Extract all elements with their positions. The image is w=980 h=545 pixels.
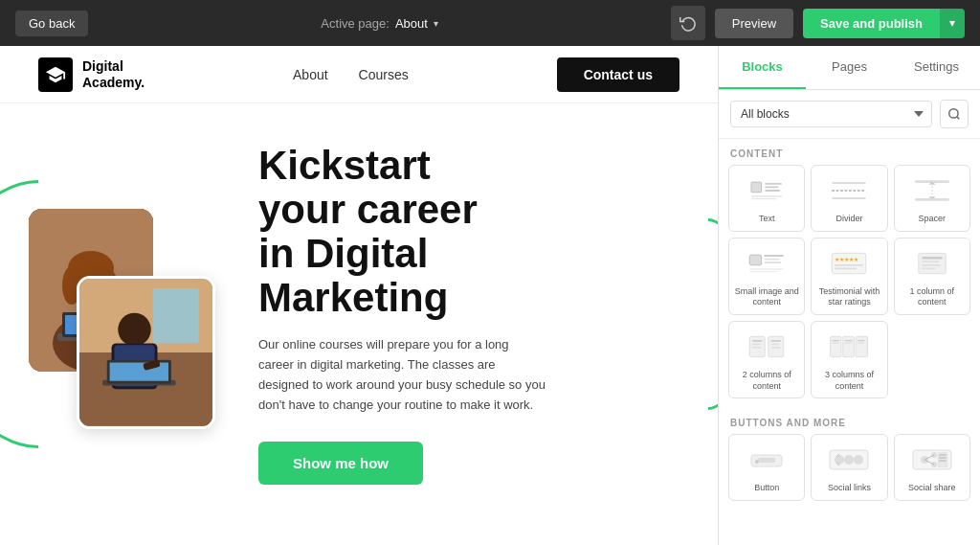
block-1col[interactable]: 1 column of content bbox=[894, 238, 970, 315]
svg-rect-23 bbox=[751, 182, 762, 193]
testimonial-block-label: Testimonial with star ratings bbox=[815, 286, 882, 308]
section-label-content: CONTENT bbox=[719, 139, 980, 165]
svg-rect-57 bbox=[771, 340, 782, 342]
svg-rect-50 bbox=[922, 264, 941, 266]
1col-block-label: 1 column of content bbox=[899, 286, 966, 308]
svg-rect-63 bbox=[833, 340, 840, 341]
text-block-label: Text bbox=[759, 214, 775, 225]
svg-point-74 bbox=[844, 455, 854, 465]
history-button[interactable] bbox=[671, 6, 705, 40]
hero-image-front-inner bbox=[79, 279, 212, 426]
search-blocks-button[interactable] bbox=[940, 100, 969, 128]
svg-rect-61 bbox=[843, 336, 855, 356]
nav-link-about[interactable]: About bbox=[293, 67, 328, 82]
canvas: Digital Academy. About Courses Contact u… bbox=[0, 46, 718, 545]
block-text[interactable]: Text bbox=[728, 165, 805, 232]
svg-rect-45 bbox=[835, 264, 863, 266]
2col-block-icon bbox=[744, 329, 790, 364]
nav-link-courses[interactable]: Courses bbox=[359, 67, 409, 82]
buttons-blocks-grid: Button So bbox=[719, 434, 980, 511]
svg-rect-27 bbox=[751, 195, 782, 196]
block-2col[interactable]: 2 columns of content bbox=[728, 321, 805, 398]
svg-point-73 bbox=[835, 455, 844, 465]
svg-rect-36 bbox=[915, 198, 949, 201]
topbar: Go back Active page: About ▾ Preview Sav… bbox=[0, 0, 980, 46]
contact-us-button[interactable]: Contact us bbox=[557, 57, 679, 92]
blocks-filter-select[interactable]: All blocks bbox=[730, 101, 932, 127]
svg-rect-59 bbox=[771, 347, 781, 349]
3col-block-icon bbox=[826, 329, 872, 364]
chevron-down-icon[interactable]: ▾ bbox=[434, 18, 438, 29]
svg-rect-42 bbox=[749, 271, 776, 272]
svg-rect-31 bbox=[833, 197, 867, 199]
svg-rect-60 bbox=[831, 336, 842, 356]
svg-rect-24 bbox=[765, 183, 782, 185]
svg-rect-39 bbox=[764, 258, 779, 260]
svg-point-14 bbox=[118, 313, 151, 347]
main-layout: Digital Academy. About Courses Contact u… bbox=[0, 46, 980, 545]
svg-rect-86 bbox=[939, 457, 947, 459]
tab-pages[interactable]: Pages bbox=[806, 46, 893, 89]
block-3col[interactable]: 3 columns of content bbox=[811, 321, 887, 398]
spacer-block-label: Spacer bbox=[919, 214, 947, 225]
block-social-share[interactable]: Social share bbox=[894, 434, 970, 501]
block-divider[interactable]: Divider bbox=[811, 165, 887, 232]
svg-rect-67 bbox=[858, 340, 865, 341]
svg-rect-41 bbox=[749, 268, 784, 269]
block-social-links[interactable]: Social links bbox=[811, 434, 887, 501]
content-blocks-grid: Text Divider bbox=[719, 165, 980, 408]
right-panel: Blocks Pages Settings All blocks CONTENT bbox=[718, 46, 980, 545]
section-label-buttons: BUTTONS AND MORE bbox=[719, 408, 980, 434]
block-testimonial-star[interactable]: ★★★★★ Testimonial with star ratings bbox=[811, 238, 887, 315]
svg-rect-65 bbox=[845, 340, 853, 341]
active-page-value: About bbox=[395, 16, 428, 31]
svg-point-21 bbox=[949, 109, 958, 118]
spacer-block-icon bbox=[909, 173, 955, 208]
svg-rect-62 bbox=[857, 336, 868, 356]
panel-filter-row: All blocks bbox=[719, 90, 980, 139]
button-block-label: Button bbox=[754, 483, 779, 494]
text-block-icon bbox=[744, 173, 790, 208]
logo-line2: Academy. bbox=[82, 75, 145, 91]
topbar-center: Active page: About ▾ bbox=[321, 16, 438, 31]
site-nav: Digital Academy. About Courses Contact u… bbox=[0, 46, 718, 103]
svg-rect-48 bbox=[922, 257, 942, 260]
svg-rect-87 bbox=[939, 460, 947, 462]
block-spacer[interactable]: Spacer bbox=[894, 165, 970, 232]
svg-rect-37 bbox=[749, 255, 761, 265]
svg-point-71 bbox=[755, 460, 759, 464]
active-page-label: Active page: bbox=[321, 16, 390, 31]
site-nav-links: About Courses bbox=[293, 67, 409, 82]
svg-rect-68 bbox=[858, 343, 864, 344]
svg-point-75 bbox=[854, 455, 863, 465]
testimonial-block-icon: ★★★★★ bbox=[826, 246, 872, 281]
save-publish-button[interactable]: Save and publish bbox=[803, 9, 940, 38]
svg-rect-25 bbox=[765, 187, 778, 189]
save-publish-dropdown-button[interactable]: ▾ bbox=[940, 9, 965, 38]
show-me-now-button[interactable]: Show me how bbox=[258, 442, 423, 485]
logo-text: Digital Academy. bbox=[82, 58, 145, 91]
block-small-image-content[interactable]: Small image and content bbox=[728, 238, 805, 315]
preview-button[interactable]: Preview bbox=[715, 9, 793, 38]
tab-settings[interactable]: Settings bbox=[893, 46, 980, 89]
divider-block-icon bbox=[826, 173, 872, 208]
button-block-icon bbox=[744, 443, 790, 477]
svg-rect-29 bbox=[833, 182, 867, 184]
social-links-block-icon bbox=[826, 443, 872, 477]
topbar-right: Preview Save and publish ▾ bbox=[671, 6, 965, 40]
go-back-button[interactable]: Go back bbox=[15, 11, 88, 36]
topbar-left: Go back bbox=[15, 11, 88, 36]
svg-rect-56 bbox=[752, 347, 762, 349]
social-share-block-icon bbox=[909, 443, 955, 477]
block-button[interactable]: Button bbox=[728, 434, 805, 501]
svg-rect-46 bbox=[835, 267, 857, 269]
small-image-block-icon bbox=[744, 246, 790, 281]
svg-rect-64 bbox=[833, 343, 839, 344]
panel-scroll: CONTENT Text bbox=[719, 139, 980, 545]
tab-blocks[interactable]: Blocks bbox=[719, 46, 806, 89]
svg-rect-85 bbox=[939, 454, 947, 456]
logo-icon bbox=[38, 57, 73, 92]
hero-title: Kickstart your career in Digital Marketi… bbox=[258, 144, 679, 321]
hero-section: Kickstart your career in Digital Marketi… bbox=[0, 103, 718, 525]
svg-rect-26 bbox=[765, 190, 780, 192]
